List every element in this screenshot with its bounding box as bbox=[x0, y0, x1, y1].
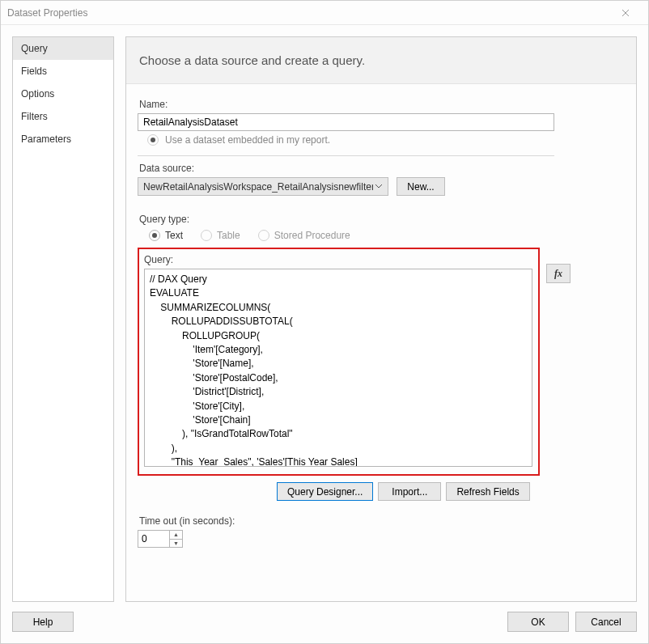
name-label: Name: bbox=[139, 99, 621, 110]
sidebar-item-fields[interactable]: Fields bbox=[13, 60, 113, 83]
query-type-options: Text Table Stored Procedure bbox=[149, 230, 625, 241]
name-input[interactable] bbox=[138, 113, 554, 131]
query-row: Query: fx bbox=[138, 241, 625, 476]
query-label: Query: bbox=[144, 254, 533, 265]
timeout-spinner[interactable]: ▲ ▼ bbox=[138, 530, 183, 548]
section-header: Choose a data source and create a query. bbox=[126, 37, 636, 84]
main-panel: Choose a data source and create a query.… bbox=[125, 36, 637, 602]
dialog-body: Query Fields Options Filters Parameters … bbox=[1, 25, 648, 602]
spinner-buttons: ▲ ▼ bbox=[169, 531, 182, 547]
query-textarea[interactable] bbox=[144, 269, 532, 467]
refresh-fields-button[interactable]: Refresh Fields bbox=[446, 482, 529, 501]
dataset-properties-dialog: Dataset Properties Query Fields Options … bbox=[0, 0, 649, 644]
cancel-button[interactable]: Cancel bbox=[575, 612, 637, 632]
embed-option-label: Use a dataset embedded in my report. bbox=[165, 134, 330, 146]
data-source-select[interactable]: NewRetailAnalysisWorkspace_RetailAnalysi… bbox=[138, 177, 388, 196]
titlebar: Dataset Properties bbox=[1, 1, 648, 25]
timeout-input[interactable] bbox=[138, 531, 169, 547]
timeout-label: Time out (in seconds): bbox=[139, 515, 621, 527]
query-highlighted-block: Query: bbox=[138, 248, 540, 476]
radio-icon bbox=[258, 230, 269, 241]
data-source-value: NewRetailAnalysisWorkspace_RetailAnalysi… bbox=[143, 181, 373, 193]
dialog-footer: Help OK Cancel bbox=[1, 602, 648, 643]
ok-button[interactable]: OK bbox=[507, 612, 569, 632]
close-icon bbox=[621, 9, 630, 17]
expression-button[interactable]: fx bbox=[546, 264, 571, 283]
data-source-row: NewRetailAnalysisWorkspace_RetailAnalysi… bbox=[138, 177, 625, 196]
spinner-down-icon[interactable]: ▼ bbox=[170, 540, 182, 548]
import-button[interactable]: Import... bbox=[378, 482, 441, 501]
fx-icon: fx bbox=[554, 268, 562, 280]
spinner-up-icon[interactable]: ▲ bbox=[170, 531, 182, 540]
data-source-label: Data source: bbox=[139, 163, 621, 174]
query-type-table: Table bbox=[201, 230, 240, 241]
sidebar: Query Fields Options Filters Parameters bbox=[12, 36, 114, 602]
query-type-stored-procedure: Stored Procedure bbox=[258, 230, 350, 241]
query-action-row: Query Designer... Import... Refresh Fiel… bbox=[138, 482, 625, 501]
radio-selected-icon bbox=[149, 230, 160, 241]
radio-icon bbox=[201, 230, 212, 241]
sidebar-item-parameters[interactable]: Parameters bbox=[13, 128, 113, 150]
sidebar-item-query[interactable]: Query bbox=[13, 37, 113, 60]
embed-option-row: Use a dataset embedded in my report. bbox=[147, 134, 625, 146]
form-area: Name: Use a dataset embedded in my repor… bbox=[126, 84, 636, 556]
window-title: Dataset Properties bbox=[7, 7, 609, 19]
help-button[interactable]: Help bbox=[12, 612, 74, 632]
divider bbox=[138, 155, 554, 156]
sidebar-item-options[interactable]: Options bbox=[13, 83, 113, 105]
query-type-label: Query type: bbox=[139, 214, 621, 225]
query-type-text[interactable]: Text bbox=[149, 230, 183, 241]
chevron-down-icon bbox=[373, 184, 384, 189]
new-data-source-button[interactable]: New... bbox=[397, 177, 445, 196]
sidebar-item-filters[interactable]: Filters bbox=[13, 105, 113, 128]
close-button[interactable] bbox=[609, 1, 642, 25]
embed-radio-icon bbox=[147, 134, 159, 146]
query-designer-button[interactable]: Query Designer... bbox=[277, 482, 373, 501]
